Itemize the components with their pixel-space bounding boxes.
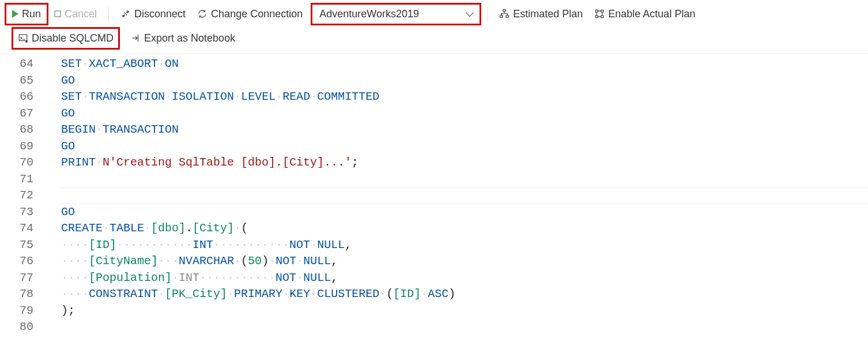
svg-rect-7 [596, 16, 598, 18]
database-highlight: AdventureWorks2019 [311, 3, 481, 25]
line-number: 68 [0, 122, 46, 138]
divider [108, 7, 109, 21]
code-line[interactable]: CREATE·TABLE·[dbo].[City]·( [61, 220, 868, 237]
export-notebook-label: Export as Notebook [144, 32, 235, 44]
line-number: 64 [0, 56, 46, 73]
line-number: 66 [0, 89, 46, 106]
sqlcmd-icon [18, 33, 28, 43]
sqlcmd-highlight: Disable SQLCMD [12, 27, 120, 50]
change-connection-icon [197, 9, 207, 19]
disconnect-button[interactable]: Disconnect [115, 5, 191, 24]
database-name: AdventureWorks2019 [319, 8, 419, 20]
run-label: Run [22, 8, 41, 20]
code-line[interactable]: PRINT·N'Creating SqlTable [dbo].[City]..… [61, 155, 868, 171]
line-number: 69 [0, 138, 46, 155]
disable-sqlcmd-label: Disable SQLCMD [32, 32, 114, 44]
toolbar-row-1: Run Cancel Disconnect Change Connection [5, 2, 863, 25]
cancel-label: Cancel [65, 8, 97, 20]
line-number: 74 [0, 220, 46, 237]
code-line[interactable]: ); [61, 303, 868, 320]
code-line[interactable]: SET·XACT_ABORT·ON [61, 56, 868, 73]
divider [487, 7, 488, 21]
run-button[interactable]: Run [6, 5, 47, 24]
svg-rect-5 [596, 10, 598, 12]
line-number: 76 [0, 253, 46, 270]
line-number: 71 [0, 171, 46, 188]
change-connection-button[interactable]: Change Connection [191, 5, 308, 24]
code-line[interactable]: GO [61, 106, 868, 122]
code-area[interactable]: SET·XACT_ABORT·ONGOSET·TRANSACTION·ISOLA… [46, 56, 868, 336]
line-number: 79 [0, 303, 46, 320]
code-line[interactable]: ····CONSTRAINT·[PK_City]·PRIMARY·KEY·CLU… [61, 286, 868, 303]
svg-rect-2 [503, 10, 506, 12]
code-line[interactable] [61, 171, 868, 188]
estimated-plan-label: Estimated Plan [513, 8, 583, 20]
line-number: 67 [0, 106, 46, 122]
disable-sqlcmd-button[interactable]: Disable SQLCMD [13, 29, 118, 48]
enable-actual-plan-label: Enable Actual Plan [608, 8, 695, 20]
disconnect-label: Disconnect [134, 8, 186, 20]
cancel-button: Cancel [48, 5, 103, 24]
svg-rect-8 [601, 16, 603, 18]
chevron-down-icon [466, 9, 474, 17]
code-line[interactable]: GO [61, 138, 868, 155]
code-line[interactable]: GO [61, 204, 868, 221]
code-line[interactable]: ····[Population]·INT···········NOT·NULL, [61, 270, 868, 287]
change-connection-label: Change Connection [211, 8, 303, 20]
run-highlight: Run [5, 3, 48, 25]
svg-rect-6 [601, 10, 603, 12]
line-number: 70 [0, 155, 46, 171]
toolbar: Run Cancel Disconnect Change Connection [0, 0, 868, 54]
actual-plan-icon [594, 9, 605, 19]
svg-rect-3 [500, 16, 503, 17]
line-number: 72 [0, 187, 46, 204]
line-number: 73 [0, 204, 46, 221]
line-number: 65 [0, 73, 46, 89]
database-dropdown[interactable]: AdventureWorks2019 [312, 5, 480, 24]
toolbar-row-2: Disable SQLCMD Export as Notebook [5, 25, 863, 51]
stop-icon [54, 10, 61, 17]
code-line[interactable] [61, 187, 868, 204]
estimated-plan-button[interactable]: Estimated Plan [493, 5, 588, 24]
line-number: 77 [0, 270, 46, 287]
code-line[interactable]: ····[CityName]···NVARCHAR·(50)·NOT·NULL, [61, 253, 868, 270]
code-line[interactable]: GO [61, 73, 868, 89]
line-number: 75 [0, 237, 46, 254]
line-number: 80 [0, 319, 46, 336]
line-number: 78 [0, 286, 46, 303]
code-line[interactable]: SET·TRANSACTION·ISOLATION·LEVEL·READ·COM… [61, 89, 868, 106]
estimated-plan-icon [499, 9, 510, 19]
export-icon [130, 33, 141, 43]
line-gutter: 6465666768697071727374757677787980 [0, 56, 46, 336]
enable-actual-plan-button[interactable]: Enable Actual Plan [588, 5, 701, 24]
code-line[interactable] [61, 319, 868, 336]
code-line[interactable]: ····[ID]···········INT···········NOT·NUL… [61, 237, 868, 254]
svg-rect-4 [506, 16, 509, 17]
code-editor[interactable]: 6465666768697071727374757677787980 SET·X… [0, 54, 868, 336]
svg-rect-9 [19, 35, 27, 41]
disconnect-icon [120, 9, 131, 19]
export-notebook-button[interactable]: Export as Notebook [124, 29, 241, 48]
play-icon [12, 10, 18, 18]
code-line[interactable]: BEGIN·TRANSACTION [61, 122, 868, 138]
